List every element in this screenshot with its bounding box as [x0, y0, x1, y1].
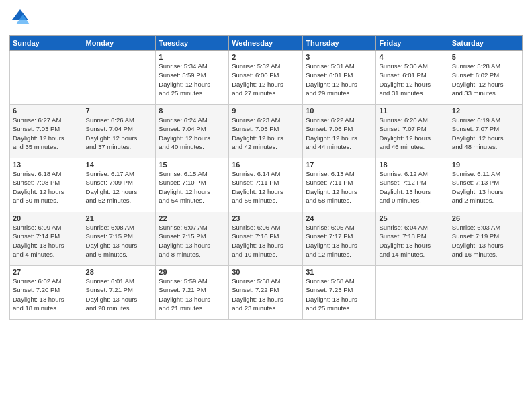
day-info: Sunrise: 6:14 AM Sunset: 7:11 PM Dayligh… [232, 169, 300, 205]
calendar-week-4: 20Sunrise: 6:09 AM Sunset: 7:14 PM Dayli… [10, 212, 523, 266]
day-info: Sunrise: 6:24 AM Sunset: 7:04 PM Dayligh… [159, 116, 226, 151]
day-number: 27 [13, 268, 80, 276]
calendar-cell: 23Sunrise: 6:06 AM Sunset: 7:16 PM Dayli… [229, 212, 303, 266]
calendar-cell [10, 51, 83, 105]
calendar-cell: 11Sunrise: 6:20 AM Sunset: 7:07 PM Dayli… [376, 105, 449, 158]
calendar-cell: 4Sunrise: 5:30 AM Sunset: 6:01 PM Daylig… [376, 51, 449, 105]
day-number: 19 [452, 161, 519, 169]
day-info: Sunrise: 5:32 AM Sunset: 6:00 PM Dayligh… [232, 62, 300, 97]
calendar-table: SundayMondayTuesdayWednesdayThursdayFrid… [9, 35, 523, 320]
day-header-monday: Monday [83, 36, 156, 51]
day-info: Sunrise: 6:07 AM Sunset: 7:15 PM Dayligh… [159, 223, 226, 259]
calendar-cell: 12Sunrise: 6:19 AM Sunset: 7:07 PM Dayli… [449, 105, 522, 158]
calendar-cell: 30Sunrise: 5:58 AM Sunset: 7:22 PM Dayli… [229, 266, 303, 320]
logo [9, 7, 34, 31]
day-header-sunday: Sunday [10, 36, 83, 51]
calendar-cell: 6Sunrise: 6:27 AM Sunset: 7:03 PM Daylig… [10, 105, 83, 158]
day-info: Sunrise: 5:58 AM Sunset: 7:22 PM Dayligh… [232, 277, 300, 312]
day-number: 6 [13, 107, 80, 115]
calendar-cell: 7Sunrise: 6:26 AM Sunset: 7:04 PM Daylig… [83, 105, 156, 158]
calendar-cell: 28Sunrise: 6:01 AM Sunset: 7:21 PM Dayli… [83, 266, 156, 320]
day-info: Sunrise: 5:31 AM Sunset: 6:01 PM Dayligh… [306, 62, 373, 97]
day-info: Sunrise: 6:18 AM Sunset: 7:08 PM Dayligh… [13, 169, 80, 205]
day-number: 25 [379, 214, 445, 222]
day-number: 23 [232, 214, 300, 222]
day-number: 7 [86, 107, 153, 115]
calendar-header-row: SundayMondayTuesdayWednesdayThursdayFrid… [10, 36, 523, 51]
day-info: Sunrise: 6:05 AM Sunset: 7:17 PM Dayligh… [306, 223, 373, 259]
day-number: 3 [306, 53, 373, 61]
day-number: 13 [13, 161, 80, 169]
day-info: Sunrise: 6:04 AM Sunset: 7:18 PM Dayligh… [379, 223, 445, 259]
day-number: 10 [306, 107, 373, 115]
day-info: Sunrise: 6:09 AM Sunset: 7:14 PM Dayligh… [13, 223, 80, 259]
calendar-cell: 8Sunrise: 6:24 AM Sunset: 7:04 PM Daylig… [156, 105, 229, 158]
calendar-cell: 19Sunrise: 6:11 AM Sunset: 7:13 PM Dayli… [449, 158, 522, 212]
day-info: Sunrise: 5:58 AM Sunset: 7:23 PM Dayligh… [306, 277, 373, 312]
day-info: Sunrise: 6:12 AM Sunset: 7:12 PM Dayligh… [379, 169, 445, 205]
calendar-cell: 5Sunrise: 5:28 AM Sunset: 6:02 PM Daylig… [449, 51, 522, 105]
calendar-cell: 26Sunrise: 6:03 AM Sunset: 7:19 PM Dayli… [449, 212, 522, 266]
day-info: Sunrise: 5:28 AM Sunset: 6:02 PM Dayligh… [452, 62, 519, 97]
day-number: 26 [452, 214, 519, 222]
calendar-cell: 9Sunrise: 6:23 AM Sunset: 7:05 PM Daylig… [229, 105, 303, 158]
calendar-cell: 3Sunrise: 5:31 AM Sunset: 6:01 PM Daylig… [303, 51, 376, 105]
day-number: 31 [306, 268, 373, 276]
calendar-cell: 25Sunrise: 6:04 AM Sunset: 7:18 PM Dayli… [376, 212, 449, 266]
day-info: Sunrise: 6:02 AM Sunset: 7:20 PM Dayligh… [13, 277, 80, 312]
calendar-cell: 20Sunrise: 6:09 AM Sunset: 7:14 PM Dayli… [10, 212, 83, 266]
calendar-cell: 18Sunrise: 6:12 AM Sunset: 7:12 PM Dayli… [376, 158, 449, 212]
day-info: Sunrise: 6:26 AM Sunset: 7:04 PM Dayligh… [86, 116, 153, 151]
day-info: Sunrise: 6:01 AM Sunset: 7:21 PM Dayligh… [86, 277, 153, 312]
calendar-cell: 21Sunrise: 6:08 AM Sunset: 7:15 PM Dayli… [83, 212, 156, 266]
calendar-cell: 14Sunrise: 6:17 AM Sunset: 7:09 PM Dayli… [83, 158, 156, 212]
day-info: Sunrise: 6:27 AM Sunset: 7:03 PM Dayligh… [13, 116, 80, 151]
calendar-cell [83, 51, 156, 105]
calendar-week-2: 6Sunrise: 6:27 AM Sunset: 7:03 PM Daylig… [10, 105, 523, 158]
day-number: 15 [159, 161, 226, 169]
calendar-cell [449, 266, 522, 320]
calendar-week-3: 13Sunrise: 6:18 AM Sunset: 7:08 PM Dayli… [10, 158, 523, 212]
logo-icon [9, 7, 31, 28]
header [9, 7, 523, 31]
day-number: 30 [232, 268, 300, 276]
day-number: 8 [159, 107, 226, 115]
day-info: Sunrise: 6:17 AM Sunset: 7:09 PM Dayligh… [86, 169, 153, 205]
day-info: Sunrise: 5:30 AM Sunset: 6:01 PM Dayligh… [379, 62, 445, 97]
day-info: Sunrise: 6:19 AM Sunset: 7:07 PM Dayligh… [452, 116, 519, 151]
day-header-tuesday: Tuesday [156, 36, 229, 51]
day-header-friday: Friday [376, 36, 449, 51]
day-number: 1 [159, 53, 226, 61]
calendar-cell: 10Sunrise: 6:22 AM Sunset: 7:06 PM Dayli… [303, 105, 376, 158]
calendar-week-1: 1Sunrise: 5:34 AM Sunset: 5:59 PM Daylig… [10, 51, 523, 105]
day-info: Sunrise: 6:03 AM Sunset: 7:19 PM Dayligh… [452, 223, 519, 259]
day-number: 12 [452, 107, 519, 115]
day-info: Sunrise: 6:11 AM Sunset: 7:13 PM Dayligh… [452, 169, 519, 205]
page-container: SundayMondayTuesdayWednesdayThursdayFrid… [0, 0, 532, 324]
calendar-cell: 27Sunrise: 6:02 AM Sunset: 7:20 PM Dayli… [10, 266, 83, 320]
day-number: 24 [306, 214, 373, 222]
day-number: 2 [232, 53, 300, 61]
day-header-thursday: Thursday [303, 36, 376, 51]
day-info: Sunrise: 6:20 AM Sunset: 7:07 PM Dayligh… [379, 116, 445, 151]
day-info: Sunrise: 5:59 AM Sunset: 7:21 PM Dayligh… [159, 277, 226, 312]
day-number: 22 [159, 214, 226, 222]
calendar-cell: 29Sunrise: 5:59 AM Sunset: 7:21 PM Dayli… [156, 266, 229, 320]
calendar-cell: 15Sunrise: 6:15 AM Sunset: 7:10 PM Dayli… [156, 158, 229, 212]
calendar-cell: 22Sunrise: 6:07 AM Sunset: 7:15 PM Dayli… [156, 212, 229, 266]
calendar-cell: 13Sunrise: 6:18 AM Sunset: 7:08 PM Dayli… [10, 158, 83, 212]
day-number: 5 [452, 53, 519, 61]
calendar-cell: 17Sunrise: 6:13 AM Sunset: 7:11 PM Dayli… [303, 158, 376, 212]
calendar-cell: 31Sunrise: 5:58 AM Sunset: 7:23 PM Dayli… [303, 266, 376, 320]
day-header-wednesday: Wednesday [229, 36, 303, 51]
day-number: 28 [86, 268, 153, 276]
day-info: Sunrise: 6:08 AM Sunset: 7:15 PM Dayligh… [86, 223, 153, 259]
day-number: 17 [306, 161, 373, 169]
day-info: Sunrise: 6:23 AM Sunset: 7:05 PM Dayligh… [232, 116, 300, 151]
day-info: Sunrise: 5:34 AM Sunset: 5:59 PM Dayligh… [159, 62, 226, 97]
day-number: 29 [159, 268, 226, 276]
calendar-cell: 2Sunrise: 5:32 AM Sunset: 6:00 PM Daylig… [229, 51, 303, 105]
day-info: Sunrise: 6:15 AM Sunset: 7:10 PM Dayligh… [159, 169, 226, 205]
day-info: Sunrise: 6:06 AM Sunset: 7:16 PM Dayligh… [232, 223, 300, 259]
day-number: 18 [379, 161, 445, 169]
